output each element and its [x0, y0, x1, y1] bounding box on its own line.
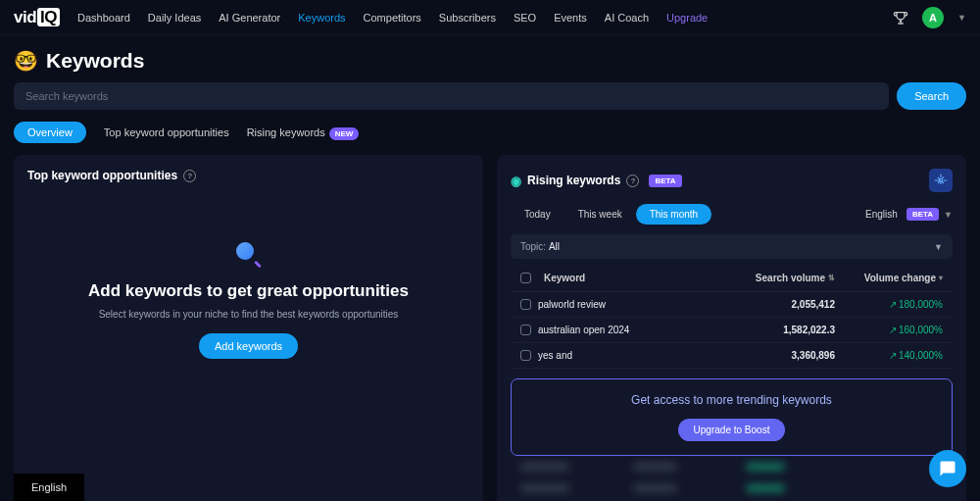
panel-rising-keywords: ◉ Rising keywords ? BETA Today This week… [497, 155, 966, 501]
search-row: Search [0, 82, 980, 110]
trophy-icon[interactable] [893, 10, 908, 25]
nav-ai-generator[interactable]: AI Generator [219, 12, 280, 24]
chevron-down-icon: ▼ [944, 210, 953, 220]
tab-top-opportunities[interactable]: Top keyword opportunities [104, 123, 229, 142]
empty-subtitle: Select keywords in your niche to find th… [99, 309, 399, 320]
new-badge: NEW [329, 127, 360, 140]
empty-state: Add keywords to get great opportunities … [27, 182, 469, 418]
subtabs: Overview Top keyword opportunities Risin… [0, 110, 980, 155]
search-volume-cell: 2,055,412 [727, 299, 835, 310]
table-row[interactable]: yes and 3,360,896 ↗140,000% [511, 343, 953, 369]
empty-title: Add keywords to get great opportunities [88, 281, 409, 301]
nav-competitors[interactable]: Competitors [364, 12, 421, 24]
magnifier-icon [236, 242, 262, 268]
table-row[interactable]: palworld review 2,055,412 ↗180,000% [511, 292, 953, 318]
upgrade-to-boost-button[interactable]: Upgrade to Boost [678, 419, 786, 441]
tab-rising-keywords[interactable]: Rising keywordsNEW [247, 123, 360, 142]
keyword-cell: yes and [538, 350, 727, 361]
arrow-up-icon: ↗ [889, 325, 897, 335]
info-icon[interactable]: ? [183, 170, 196, 182]
panel-top-opportunities: Top keyword opportunities ? Add keywords… [14, 155, 483, 501]
nav-ai-coach[interactable]: AI Coach [605, 12, 649, 24]
blurred-row [511, 456, 953, 477]
upsell-text: Get access to more trending keywords [525, 393, 938, 407]
search-volume-cell: 3,360,896 [727, 350, 835, 361]
period-selector: Today This week This month English BETA … [511, 204, 953, 225]
gear-icon [934, 174, 948, 187]
page-emoji-icon: 🤓 [14, 49, 38, 73]
chevron-down-icon: ▾ [939, 274, 943, 282]
top-bar: vidIQ Dashboard Daily Ideas AI Generator… [0, 0, 980, 35]
info-icon[interactable]: ? [626, 175, 639, 187]
settings-button[interactable] [929, 169, 953, 192]
table-header: Keyword Search volume⇅ Volume change▾ [511, 265, 953, 292]
col-search-volume[interactable]: Search volume⇅ [727, 273, 835, 283]
keyword-cell: australian open 2024 [538, 325, 727, 335]
tab-overview[interactable]: Overview [14, 122, 86, 143]
select-all-checkbox[interactable] [520, 273, 531, 283]
volume-change-cell: ↗160,000% [835, 325, 943, 335]
chat-icon [939, 460, 956, 477]
period-this-week[interactable]: This week [564, 204, 636, 225]
row-checkbox[interactable] [520, 299, 531, 310]
avatar-chevron-icon[interactable]: ▼ [957, 13, 966, 23]
nav-seo[interactable]: SEO [514, 12, 536, 24]
footer-language-button[interactable]: English [14, 474, 84, 501]
table-row[interactable]: australian open 2024 1,582,022.3 ↗160,00… [511, 318, 953, 343]
chevron-down-icon: ▼ [934, 242, 943, 252]
beta-badge: BETA [906, 208, 939, 221]
logo[interactable]: vidIQ [14, 8, 60, 27]
globe-icon: ◉ [511, 174, 521, 188]
nav-subscribers[interactable]: Subscribers [439, 12, 496, 24]
col-keyword[interactable]: Keyword [544, 273, 585, 283]
chat-fab[interactable] [929, 450, 966, 487]
row-checkbox[interactable] [520, 350, 531, 361]
nav-keywords[interactable]: Keywords [298, 12, 345, 24]
nav-daily-ideas[interactable]: Daily Ideas [148, 12, 201, 24]
panel-title: Rising keywords [527, 174, 620, 187]
arrow-up-icon: ↗ [889, 350, 897, 361]
col-volume-change[interactable]: Volume change▾ [835, 273, 943, 283]
search-input[interactable] [14, 82, 889, 110]
language-selector[interactable]: English BETA ▼ [865, 208, 953, 221]
period-today[interactable]: Today [511, 204, 564, 225]
main-nav: Dashboard Daily Ideas AI Generator Keywo… [77, 12, 893, 24]
add-keywords-button[interactable]: Add keywords [199, 333, 298, 359]
sort-icon: ⇅ [828, 274, 835, 282]
nav-upgrade[interactable]: Upgrade [666, 12, 708, 24]
search-volume-cell: 1,582,022.3 [727, 325, 835, 335]
nav-dashboard[interactable]: Dashboard [77, 12, 130, 24]
row-checkbox[interactable] [520, 325, 531, 335]
beta-badge: BETA [649, 175, 681, 187]
nav-events[interactable]: Events [554, 12, 587, 24]
arrow-up-icon: ↗ [889, 299, 897, 310]
page-header: 🤓 Keywords [0, 35, 980, 82]
avatar[interactable]: A [922, 7, 944, 28]
topic-selector[interactable]: Topic: All ▼ [511, 234, 953, 259]
keyword-cell: palworld review [538, 299, 727, 310]
panel-title: Top keyword opportunities [27, 169, 177, 182]
period-this-month[interactable]: This month [636, 204, 711, 225]
upsell-card: Get access to more trending keywords Upg… [511, 378, 953, 456]
search-button[interactable]: Search [897, 82, 966, 110]
volume-change-cell: ↗140,000% [835, 350, 943, 361]
volume-change-cell: ↗180,000% [835, 299, 943, 310]
page-title: Keywords [46, 49, 144, 73]
blurred-row [511, 477, 953, 499]
